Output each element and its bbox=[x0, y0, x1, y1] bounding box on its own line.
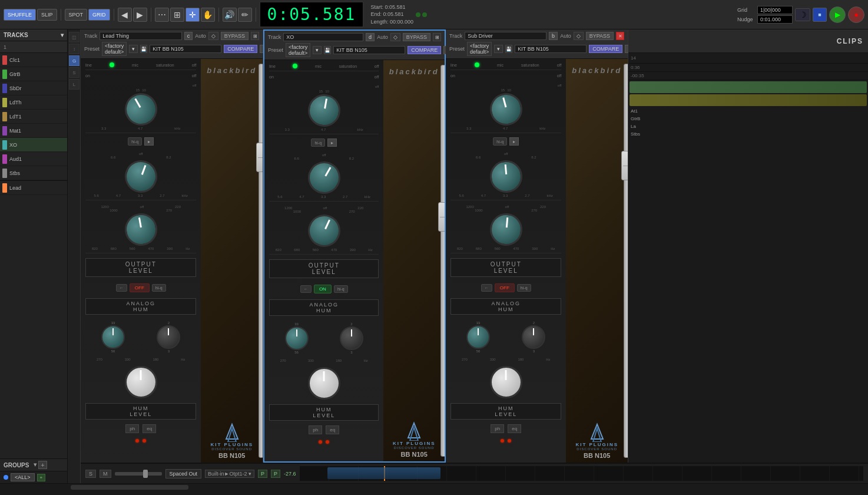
low-knob-2[interactable] bbox=[303, 209, 346, 252]
close-btn-3[interactable]: ✕ bbox=[616, 32, 624, 40]
clip-block-1[interactable] bbox=[630, 81, 867, 93]
preset-down-2[interactable]: ▾ bbox=[313, 46, 322, 54]
preset-down-1[interactable]: ▾ bbox=[129, 45, 138, 53]
bottom-knob-l-3[interactable] bbox=[466, 325, 490, 349]
grid-button[interactable]: GRID bbox=[88, 9, 110, 21]
auto-triangle-1[interactable]: ◇ bbox=[208, 32, 218, 40]
track-ldth[interactable]: LdTh bbox=[0, 95, 67, 110]
preset-down-3[interactable]: ▾ bbox=[494, 45, 503, 53]
track-name-input-3[interactable] bbox=[465, 32, 546, 40]
grid-position[interactable]: 1|00|000 bbox=[757, 6, 793, 14]
hiq-sw-2b[interactable]: hi-q bbox=[334, 285, 348, 293]
groups-add[interactable]: + bbox=[38, 461, 47, 469]
scroll-thumb[interactable] bbox=[71, 485, 188, 490]
kit-label-1[interactable]: KIT BB N105 bbox=[150, 45, 221, 53]
record-button[interactable]: ● bbox=[848, 6, 864, 23]
track-name-input-1[interactable] bbox=[100, 32, 181, 40]
compare-btn-1[interactable]: COMPARE bbox=[224, 45, 257, 53]
hiq-sw-1b[interactable]: hi-q bbox=[152, 284, 166, 292]
track-clc1[interactable]: Clc1 bbox=[0, 53, 67, 67]
arrow-btn-2[interactable]: ▸ bbox=[327, 138, 337, 147]
expand-btn-2[interactable]: ⊞ bbox=[433, 33, 441, 41]
auto-triangle-2[interactable]: ◇ bbox=[390, 33, 400, 41]
eq-btn-1[interactable]: eq bbox=[143, 424, 156, 433]
large-bottom-knob-3[interactable] bbox=[490, 366, 522, 398]
spot-button[interactable]: SPOT bbox=[65, 9, 88, 21]
group-all-button[interactable]: <ALL> bbox=[11, 473, 35, 481]
bottom-knob-l-1[interactable] bbox=[101, 325, 125, 349]
back-icon[interactable]: ◀ bbox=[118, 8, 132, 22]
bypass-btn-1[interactable]: BYPASS bbox=[221, 32, 249, 40]
mid-knob-2[interactable] bbox=[302, 156, 346, 200]
track-stbs[interactable]: Stbs bbox=[0, 166, 67, 180]
ns-icon-4[interactable]: S bbox=[69, 67, 79, 78]
ph-btn-3[interactable]: ph bbox=[491, 424, 504, 433]
hiq-btn-2[interactable]: hi-q bbox=[311, 138, 325, 147]
on-off-switch-2[interactable]: ON bbox=[314, 285, 332, 293]
shuffle-button[interactable]: SHUFFLE bbox=[4, 9, 36, 21]
low-knob-1[interactable] bbox=[122, 211, 160, 249]
left-arrow-1[interactable]: ← bbox=[116, 284, 127, 292]
compare-btn-3[interactable]: COMPARE bbox=[589, 45, 622, 53]
p-btn-2[interactable]: P bbox=[271, 470, 280, 478]
on-off-switch-3[interactable]: OFF bbox=[495, 283, 515, 292]
bottom-knob-r-1[interactable] bbox=[157, 325, 180, 349]
compare-btn-2[interactable]: COMPARE bbox=[408, 46, 441, 54]
eq-btn-2[interactable]: eq bbox=[326, 425, 339, 434]
slip-button[interactable]: SLIP bbox=[37, 9, 57, 21]
clip-block-2[interactable] bbox=[630, 94, 867, 106]
fader-cap-2[interactable] bbox=[438, 202, 445, 232]
ph-btn-1[interactable]: ph bbox=[125, 424, 139, 433]
arrow-btn-3[interactable]: ▸ bbox=[509, 137, 519, 146]
cursor-icon[interactable]: ✛ bbox=[185, 8, 200, 22]
groups-expand[interactable]: ▾ bbox=[34, 461, 37, 469]
scroll-bar[interactable] bbox=[0, 483, 868, 490]
left-arrow-3[interactable]: ← bbox=[481, 284, 492, 292]
on-off-switch-1[interactable]: OFF bbox=[130, 283, 150, 292]
fader-cap-1[interactable] bbox=[256, 143, 263, 172]
track-sbdr[interactable]: SbDr bbox=[0, 81, 67, 95]
kit-label-2[interactable]: KIT BB N105 bbox=[333, 46, 405, 54]
hiq-sw-3b[interactable]: hi-q bbox=[517, 284, 531, 292]
s-btn[interactable]: S bbox=[85, 470, 96, 478]
preset-save-2[interactable]: 💾 bbox=[324, 46, 331, 54]
ns-icon-3[interactable]: G bbox=[69, 55, 79, 66]
waveform-region-mini[interactable] bbox=[327, 467, 440, 479]
p-btn-1[interactable]: P bbox=[258, 470, 267, 478]
bypass-btn-3[interactable]: BYPASS bbox=[586, 32, 614, 40]
resize-icon[interactable]: ⊞ bbox=[170, 8, 184, 22]
left-arrow-2[interactable]: ← bbox=[300, 285, 312, 293]
track-mat1[interactable]: Mat1 bbox=[0, 124, 67, 138]
ns-icon-5[interactable]: L bbox=[69, 79, 79, 90]
preset-save-1[interactable]: 💾 bbox=[140, 45, 147, 53]
track-gtrb[interactable]: GtrB bbox=[0, 67, 67, 81]
bottom-knob-r-3[interactable] bbox=[522, 325, 545, 349]
mid-knob-3[interactable] bbox=[488, 159, 524, 194]
track-lead[interactable]: Lead bbox=[0, 181, 67, 195]
kit-label-3[interactable]: KIT BB N105 bbox=[515, 45, 587, 53]
pencil-icon[interactable]: ✏ bbox=[238, 8, 252, 22]
high-knob-1[interactable] bbox=[119, 87, 163, 131]
speaker-icon[interactable]: 🔊 bbox=[223, 8, 237, 22]
bottom-knob-l-2[interactable] bbox=[285, 326, 309, 350]
input-selector[interactable]: Built-in►Otpt1-2 ▾ bbox=[205, 470, 254, 478]
expand-btn-1[interactable]: ⊞ bbox=[251, 32, 259, 40]
hiq-btn-1[interactable]: hi-q bbox=[128, 137, 142, 146]
hiq-btn-3[interactable]: hi-q bbox=[493, 137, 507, 146]
groups-add-btn[interactable]: + bbox=[37, 474, 46, 481]
large-bottom-knob-1[interactable] bbox=[125, 366, 157, 398]
vol-fader-handle[interactable] bbox=[143, 470, 148, 478]
ph-btn-2[interactable]: ph bbox=[309, 425, 322, 434]
hand-icon[interactable]: ✋ bbox=[201, 8, 215, 22]
auto-triangle-3[interactable]: ◇ bbox=[574, 32, 584, 40]
mid-knob-1[interactable] bbox=[120, 156, 161, 197]
large-bottom-knob-2[interactable] bbox=[308, 367, 340, 400]
ns-icon-2[interactable]: ↕ bbox=[69, 44, 79, 54]
track-aud1[interactable]: Aud1 bbox=[0, 152, 67, 166]
eq-btn-3[interactable]: eq bbox=[508, 424, 521, 433]
m-btn[interactable]: M bbox=[100, 470, 111, 478]
track-ldt1[interactable]: LdT1 bbox=[0, 110, 67, 124]
forward-icon[interactable]: ▶ bbox=[133, 8, 147, 22]
nudge-value[interactable]: 0:01.000 bbox=[757, 15, 793, 24]
ns-icon-1[interactable]: ◫ bbox=[69, 32, 79, 42]
